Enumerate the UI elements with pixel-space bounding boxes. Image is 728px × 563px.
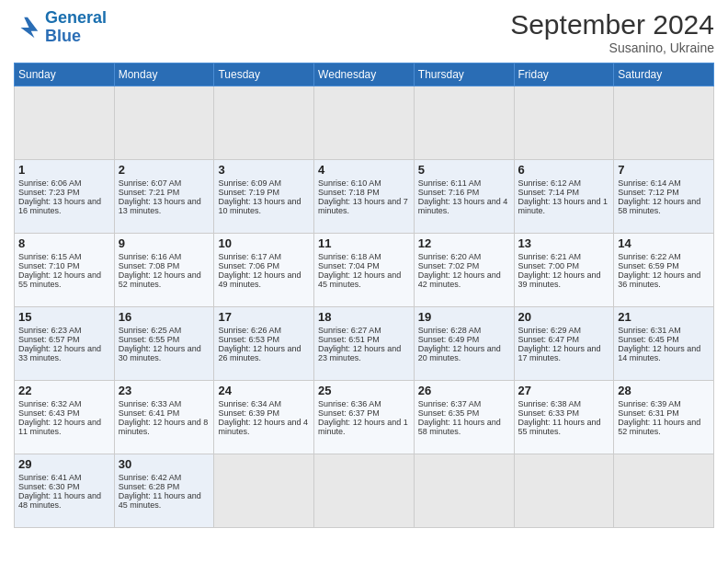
title-block: September 2024 Susanino, Ukraine <box>510 9 714 55</box>
logo-text: General Blue <box>45 9 107 46</box>
sunset-text: Sunset: 6:30 PM <box>18 482 80 491</box>
calendar-cell: 21 Sunrise: 6:31 AM Sunset: 6:45 PM Dayl… <box>614 307 714 381</box>
day-number: 24 <box>218 384 310 397</box>
sunset-text: Sunset: 6:33 PM <box>518 408 580 418</box>
day-number: 12 <box>418 236 510 250</box>
sunrise-text: Sunrise: 6:25 AM <box>119 326 182 335</box>
calendar-cell: 8 Sunrise: 6:15 AM Sunset: 7:10 PM Dayli… <box>15 234 115 307</box>
sunrise-text: Sunrise: 6:31 AM <box>618 326 681 335</box>
sunset-text: Sunset: 7:16 PM <box>418 188 480 197</box>
day-number: 8 <box>18 236 110 250</box>
calendar-cell <box>214 86 314 160</box>
sunset-text: Sunset: 6:55 PM <box>119 335 180 344</box>
daylight-text: Daylight: 12 hours and 4 minutes. <box>218 418 308 436</box>
calendar-cell: 18 Sunrise: 6:27 AM Sunset: 6:51 PM Dayl… <box>314 307 415 381</box>
day-number: 20 <box>518 310 610 324</box>
sunset-text: Sunset: 6:47 PM <box>518 335 580 344</box>
day-number: 11 <box>318 236 410 250</box>
sunset-text: Sunset: 6:43 PM <box>18 408 80 418</box>
sunrise-text: Sunrise: 6:10 AM <box>318 178 381 188</box>
calendar-cell: 28 Sunrise: 6:39 AM Sunset: 6:31 PM Dayl… <box>614 381 714 454</box>
day-number: 29 <box>18 457 110 471</box>
logo: General Blue <box>14 9 107 46</box>
sunset-text: Sunset: 6:53 PM <box>218 335 279 344</box>
calendar-cell: 23 Sunrise: 6:33 AM Sunset: 6:41 PM Dayl… <box>114 381 214 454</box>
day-number: 14 <box>618 236 710 250</box>
day-number: 27 <box>518 384 610 397</box>
col-tuesday: Tuesday <box>214 63 314 86</box>
sunset-text: Sunset: 7:10 PM <box>18 261 80 270</box>
sunset-text: Sunset: 7:14 PM <box>518 188 580 197</box>
sunrise-text: Sunrise: 6:27 AM <box>318 326 381 335</box>
sunrise-text: Sunrise: 6:26 AM <box>218 326 281 335</box>
day-number: 22 <box>18 384 110 397</box>
day-number: 18 <box>318 310 410 324</box>
calendar-cell: 15 Sunrise: 6:23 AM Sunset: 6:57 PM Dayl… <box>15 307 115 381</box>
day-number: 5 <box>418 163 510 177</box>
calendar-cell: 20 Sunrise: 6:29 AM Sunset: 6:47 PM Dayl… <box>514 307 614 381</box>
calendar-cell <box>414 454 514 528</box>
daylight-text: Daylight: 13 hours and 16 minutes. <box>18 197 101 215</box>
daylight-text: Daylight: 12 hours and 42 minutes. <box>418 270 501 289</box>
sunset-text: Sunset: 6:59 PM <box>618 261 679 270</box>
calendar-cell <box>15 86 115 160</box>
page-header: General Blue September 2024 Susanino, Uk… <box>14 9 714 55</box>
daylight-text: Daylight: 13 hours and 13 minutes. <box>119 197 201 215</box>
sunrise-text: Sunrise: 6:16 AM <box>119 252 182 261</box>
calendar-cell: 22 Sunrise: 6:32 AM Sunset: 6:43 PM Dayl… <box>15 381 115 454</box>
calendar-cell: 12 Sunrise: 6:20 AM Sunset: 7:02 PM Dayl… <box>414 234 514 307</box>
sunset-text: Sunset: 7:02 PM <box>418 261 480 270</box>
calendar-cell <box>314 454 415 528</box>
calendar-cell: 14 Sunrise: 6:22 AM Sunset: 6:59 PM Dayl… <box>614 234 714 307</box>
col-friday: Friday <box>514 63 614 86</box>
daylight-text: Daylight: 11 hours and 45 minutes. <box>119 491 201 510</box>
sunrise-text: Sunrise: 6:18 AM <box>318 252 381 261</box>
sunrise-text: Sunrise: 6:32 AM <box>18 399 82 408</box>
daylight-text: Daylight: 12 hours and 11 minutes. <box>18 418 101 436</box>
sunrise-text: Sunrise: 6:23 AM <box>18 326 82 335</box>
day-number: 23 <box>119 384 210 397</box>
day-number: 6 <box>518 163 610 177</box>
calendar-cell: 2 Sunrise: 6:07 AM Sunset: 7:21 PM Dayli… <box>114 160 214 234</box>
sunrise-text: Sunrise: 6:22 AM <box>618 252 681 261</box>
calendar-cell <box>614 454 714 528</box>
day-number: 1 <box>18 163 110 177</box>
sunrise-text: Sunrise: 6:07 AM <box>119 178 182 188</box>
sunrise-text: Sunrise: 6:38 AM <box>518 399 582 408</box>
daylight-text: Daylight: 11 hours and 48 minutes. <box>18 491 101 510</box>
col-monday: Monday <box>114 63 214 86</box>
daylight-text: Daylight: 12 hours and 8 minutes. <box>119 418 209 436</box>
daylight-text: Daylight: 12 hours and 55 minutes. <box>18 270 101 289</box>
daylight-text: Daylight: 13 hours and 4 minutes. <box>418 197 508 215</box>
calendar-cell: 29 Sunrise: 6:41 AM Sunset: 6:30 PM Dayl… <box>15 454 115 528</box>
calendar-cell: 7 Sunrise: 6:14 AM Sunset: 7:12 PM Dayli… <box>614 160 714 234</box>
daylight-text: Daylight: 11 hours and 55 minutes. <box>518 418 601 436</box>
daylight-text: Daylight: 11 hours and 52 minutes. <box>618 418 700 436</box>
daylight-text: Daylight: 12 hours and 17 minutes. <box>518 344 601 362</box>
daylight-text: Daylight: 11 hours and 58 minutes. <box>418 418 501 436</box>
sunset-text: Sunset: 6:37 PM <box>318 408 380 418</box>
col-thursday: Thursday <box>414 63 514 86</box>
sunrise-text: Sunrise: 6:28 AM <box>418 326 482 335</box>
col-wednesday: Wednesday <box>314 63 415 86</box>
location-subtitle: Susanino, Ukraine <box>510 40 714 55</box>
sunset-text: Sunset: 7:00 PM <box>518 261 580 270</box>
sunset-text: Sunset: 6:28 PM <box>119 482 180 491</box>
daylight-text: Daylight: 13 hours and 1 minute. <box>518 197 609 215</box>
sunset-text: Sunset: 6:51 PM <box>318 335 380 344</box>
calendar-cell: 9 Sunrise: 6:16 AM Sunset: 7:08 PM Dayli… <box>114 234 214 307</box>
daylight-text: Daylight: 12 hours and 45 minutes. <box>318 270 401 289</box>
calendar-cell: 19 Sunrise: 6:28 AM Sunset: 6:49 PM Dayl… <box>414 307 514 381</box>
daylight-text: Daylight: 12 hours and 26 minutes. <box>218 344 301 362</box>
calendar-cell <box>514 454 614 528</box>
sunrise-text: Sunrise: 6:21 AM <box>518 252 582 261</box>
calendar-cell <box>314 86 415 160</box>
col-saturday: Saturday <box>614 63 714 86</box>
daylight-text: Daylight: 12 hours and 52 minutes. <box>119 270 201 289</box>
daylight-text: Daylight: 12 hours and 36 minutes. <box>618 270 700 289</box>
calendar-cell <box>514 86 614 160</box>
calendar-cell: 26 Sunrise: 6:37 AM Sunset: 6:35 PM Dayl… <box>414 381 514 454</box>
sunset-text: Sunset: 6:31 PM <box>618 408 679 418</box>
day-number: 28 <box>618 384 710 397</box>
sunrise-text: Sunrise: 6:41 AM <box>18 473 82 482</box>
